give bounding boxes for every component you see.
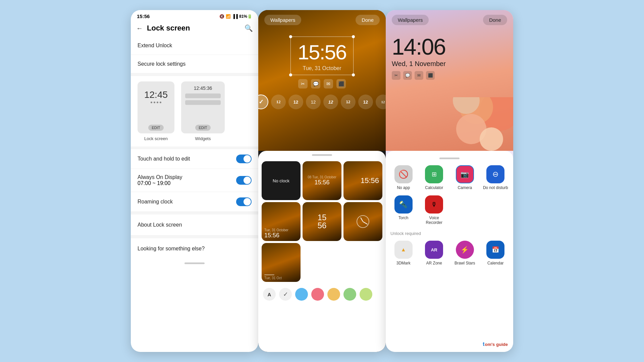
divider-4 — [131, 236, 258, 238]
font-style-btn[interactable]: A — [263, 288, 276, 301]
wallpapers-btn-2[interactable]: Wallpapers — [264, 15, 301, 25]
dot-4 — [160, 102, 161, 103]
color-pink[interactable] — [311, 288, 324, 301]
calculator-symbol: ⊞ — [432, 171, 437, 178]
clock-style-5[interactable]: 12 — [341, 95, 356, 109]
dnd-label: Do not disturb — [483, 185, 508, 190]
status-bar-1: 15:56 🔇 📶 ▐▐ 81%🔋 — [131, 10, 258, 21]
widgets-edit-btn[interactable]: EDIT — [195, 125, 210, 131]
phone2-wallpaper: Wallpapers Done 15:56 Tue, 31 October ✂ … — [258, 10, 386, 151]
settings-list-1: Extend Unlock Secure lock settings 12:45 — [131, 37, 258, 352]
app-item-ar-zone[interactable]: AR AR Zone — [421, 241, 447, 265]
secure-lock-item[interactable]: Secure lock settings — [131, 55, 258, 73]
wifi-icon: 📶 — [226, 14, 231, 19]
lock-screen-preview[interactable]: 12:45 EDIT — [138, 81, 174, 133]
phone3-wrapper: Wallpapers Done 14:06 Wed, 1 November ✂ … — [386, 10, 513, 352]
about-item[interactable]: About Lock screen — [131, 215, 258, 236]
clock-thumb-7[interactable]: Tue, 31 Oct — [262, 243, 301, 282]
app-item-3dmark[interactable]: ▲ 3DMark — [390, 241, 417, 265]
app-item-calculator[interactable]: ⊞ Calculator — [421, 165, 447, 190]
clock-styles-row: ✓ 12 12 12 12 12 12 12 — [258, 95, 386, 109]
wallpapers-btn-3[interactable]: Wallpapers — [392, 15, 429, 25]
looking-item[interactable]: Looking for something else? — [131, 238, 258, 259]
clock-bg-2: 08 Tue, 31 October 15:56 — [303, 161, 341, 200]
sheet-handle-3 — [390, 154, 508, 163]
voice-recorder-label: Voice Recorder — [421, 216, 447, 225]
torch-label: Torch — [398, 216, 408, 220]
ar-zone-symbol: AR — [431, 247, 437, 252]
clock-bg-5: 15 56 — [303, 202, 341, 241]
confirm-btn[interactable]: ✓ — [279, 288, 292, 301]
clock-thumb-noclock[interactable]: No clock — [262, 161, 301, 200]
voice-recorder-symbol: 🎙 — [431, 201, 437, 208]
voice-recorder-icon: 🎙 — [425, 195, 443, 214]
done-btn-2[interactable]: Done — [356, 15, 380, 25]
app-item-brawl-stars[interactable]: ⚡ Brawl Stars — [452, 241, 478, 265]
app-item-torch[interactable]: 🔦 Torch — [390, 195, 417, 225]
widgets-preview-card: 12:45:36 EDIT Widgets — [181, 81, 225, 141]
clock-edit-box[interactable]: 15:56 Tue, 31 October — [290, 37, 353, 75]
phone3-widgets: ✂ 💬 ✉ ⬛ — [392, 71, 507, 80]
color-lime[interactable] — [360, 288, 372, 301]
phone3-big-clock: 14:06 — [392, 35, 507, 58]
phone1-frame: 15:56 🔇 📶 ▐▐ 81%🔋 ← Lock screen 🔍 Extend… — [131, 10, 258, 352]
no-app-label: No app — [397, 185, 410, 190]
back-button[interactable]: ← — [136, 24, 143, 32]
bottom-handle-1 — [131, 259, 258, 267]
clock-style-6[interactable]: 12 — [358, 95, 373, 109]
clock-thumb-6[interactable] — [343, 202, 382, 241]
clock-sub-2: 08 Tue, 31 October — [308, 175, 336, 179]
handle-bar-1 — [184, 262, 205, 264]
cloud-5 — [480, 127, 503, 151]
touch-hold-toggle[interactable] — [236, 155, 252, 163]
clock-style-4[interactable]: 12 — [323, 95, 338, 109]
app-item-camera[interactable]: 📷 Camera — [452, 165, 478, 190]
clock-style-7[interactable]: 12 — [376, 95, 386, 109]
lock-edit-btn[interactable]: EDIT — [148, 125, 163, 131]
extend-unlock-item[interactable]: Extend Unlock — [131, 37, 258, 55]
app-item-calendar[interactable]: 📅 Calendar — [483, 241, 509, 265]
clock-thumb-5[interactable]: 15 56 — [303, 202, 341, 241]
analog-clock-face — [357, 215, 369, 228]
app-grid-row1: 🚫 No app ⊞ Calculator 📷 — [390, 163, 508, 193]
toms-t-letter: t — [483, 341, 484, 347]
done-btn-3[interactable]: Done — [483, 15, 507, 25]
preview-dots — [151, 102, 161, 103]
app-item-no-app[interactable]: 🚫 No app — [390, 165, 417, 190]
phone3-widget-3: ✉ — [415, 71, 423, 80]
search-button[interactable]: 🔍 — [245, 24, 253, 32]
sheet-handle-2 — [258, 151, 386, 159]
3dmark-icon: ▲ — [394, 241, 413, 259]
dnd-icon: ⊖ — [486, 165, 504, 183]
clock-style-1[interactable]: 12 — [271, 95, 286, 109]
color-green[interactable] — [343, 288, 356, 301]
color-yellow[interactable] — [327, 288, 340, 301]
clock-style-2[interactable]: 12 — [288, 95, 303, 109]
clock-bg-7: Tue, 31 Oct — [262, 243, 301, 282]
clock-thumb-2[interactable]: 08 Tue, 31 October 15:56 — [303, 161, 341, 200]
clock-style-grid: No clock 08 Tue, 31 October 15:56 15:56 — [258, 159, 386, 284]
clock-thumb-4[interactable]: Tue, 31 October 15:56 — [262, 202, 301, 241]
phone2-clock-date: Tue, 31 October — [303, 65, 341, 71]
always-on-row: Always On Display 07:00 ~ 19:00 — [131, 169, 258, 192]
color-blue[interactable] — [295, 288, 308, 301]
calculator-label: Calculator — [425, 185, 443, 190]
app-item-voice-recorder[interactable]: 🎙 Voice Recorder — [421, 195, 447, 225]
roaming-toggle[interactable] — [236, 197, 252, 206]
clock-thumb-3[interactable]: 15:56 — [343, 161, 382, 200]
no-clock-bg: No clock — [262, 161, 301, 200]
page-title-1: Lock screen — [147, 24, 240, 33]
widget-bar-1 — [185, 94, 221, 98]
torch-symbol: 🔦 — [399, 200, 408, 208]
clock-style-check[interactable]: ✓ — [258, 95, 268, 109]
touch-hold-row: Touch and hold to edit — [131, 149, 258, 169]
dnd-symbol: ⊖ — [492, 170, 498, 179]
toms-guide-watermark: t om's guide — [483, 341, 508, 347]
battery-icon: 81%🔋 — [239, 14, 252, 19]
widgets-preview[interactable]: 12:45:36 EDIT — [181, 81, 225, 133]
clock-style-3[interactable]: 12 — [306, 95, 321, 109]
app-item-dnd[interactable]: ⊖ Do not disturb — [483, 165, 509, 190]
unlock-required-label: Unlock required — [390, 228, 508, 238]
always-on-toggle[interactable] — [236, 176, 252, 185]
always-on-sub: 07:00 ~ 19:00 — [138, 180, 182, 186]
